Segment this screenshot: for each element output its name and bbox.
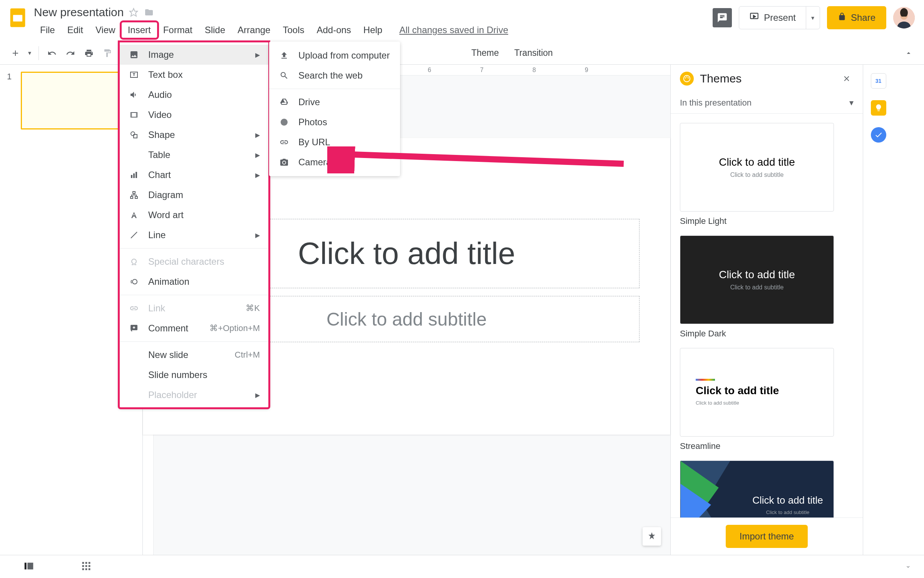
shape-icon	[128, 130, 140, 139]
video-icon	[128, 110, 140, 119]
theme-simple-light[interactable]: Click to add titleClick to add subtitle …	[680, 123, 854, 226]
themes-icon	[680, 72, 694, 86]
thumb-preview[interactable]	[21, 72, 121, 129]
themes-panel: Themes In this presentation ▾ Click to a…	[670, 65, 863, 555]
save-status[interactable]: All changes saved in Drive	[399, 25, 508, 35]
insert-new-slide[interactable]: New slideCtrl+M	[119, 345, 269, 365]
menu-arrange[interactable]: Arrange	[231, 22, 276, 38]
svg-rect-27	[131, 175, 132, 178]
new-slide-dropdown[interactable]: ▾	[25, 45, 34, 62]
present-button[interactable]: Present ▾	[739, 6, 820, 29]
print-button[interactable]	[80, 45, 97, 62]
insert-chart[interactable]: Chart▶	[119, 165, 269, 185]
new-slide-button[interactable]	[7, 45, 24, 62]
menu-addons[interactable]: Add-ons	[310, 22, 357, 38]
paint-format-button[interactable]	[99, 45, 116, 62]
image-by-url[interactable]: By URL	[269, 132, 400, 152]
svg-point-9	[688, 77, 689, 79]
insert-slide-numbers[interactable]: Slide numbers	[119, 365, 269, 385]
insert-textbox[interactable]: Text box	[119, 65, 269, 85]
svg-rect-29	[136, 172, 137, 178]
toolbar-transition[interactable]: Transition	[507, 48, 560, 58]
image-camera[interactable]: Camera	[269, 152, 400, 172]
lock-icon	[838, 12, 846, 23]
grid-view-button[interactable]	[81, 561, 92, 573]
menu-view[interactable]: View	[89, 22, 122, 38]
undo-button[interactable]	[44, 45, 60, 62]
theme-simple-dark[interactable]: Click to add titleClick to add subtitle …	[680, 235, 854, 339]
insert-video[interactable]: Video	[119, 105, 269, 125]
image-drive[interactable]: Drive	[269, 92, 400, 112]
account-avatar[interactable]	[893, 7, 915, 29]
insert-line[interactable]: Line▶	[119, 225, 269, 245]
svg-rect-31	[131, 197, 133, 198]
chevron-down-icon: ▾	[849, 98, 854, 108]
image-photos[interactable]: Photos	[269, 112, 400, 132]
import-theme-button[interactable]: Import theme	[726, 525, 808, 548]
footer: ‹	[0, 555, 924, 578]
menu-help[interactable]: Help	[357, 22, 388, 38]
close-themes-button[interactable]	[840, 72, 854, 86]
diagram-icon	[128, 190, 140, 200]
menu-tools[interactable]: Tools	[276, 22, 310, 38]
menu-edit[interactable]: Edit	[61, 22, 89, 38]
svg-rect-22	[85, 568, 87, 570]
insert-shape[interactable]: Shape▶	[119, 125, 269, 145]
slides-logo[interactable]	[5, 5, 31, 31]
omega-icon	[128, 257, 140, 266]
filmstrip-view-button[interactable]	[23, 560, 35, 573]
themes-list[interactable]: Click to add titleClick to add subtitle …	[671, 114, 863, 518]
slide-thumbnail-1[interactable]: 1	[7, 72, 136, 129]
present-dropdown[interactable]: ▾	[806, 6, 820, 29]
explore-button[interactable]	[643, 527, 661, 546]
image-icon	[128, 50, 140, 59]
svg-point-25	[131, 132, 135, 136]
insert-diagram[interactable]: Diagram	[119, 185, 269, 205]
show-side-panel-button[interactable]: ‹	[904, 566, 911, 568]
image-search-web[interactable]: Search the web	[269, 66, 400, 86]
menu-file[interactable]: File	[34, 22, 61, 38]
star-icon[interactable]	[128, 7, 139, 18]
submenu-arrow-icon: ▶	[255, 51, 260, 59]
search-icon	[278, 71, 290, 80]
image-submenu: Upload from computer Search the web Driv…	[269, 42, 400, 176]
svg-rect-28	[133, 173, 135, 178]
menu-slide[interactable]: Slide	[199, 22, 231, 38]
menubar: File Edit View Insert Format Slide Arran…	[34, 22, 508, 39]
doc-title[interactable]: New presentation	[34, 6, 124, 19]
open-comments-button[interactable]	[713, 8, 732, 27]
themes-subhead[interactable]: In this presentation ▾	[671, 92, 863, 114]
insert-wordart[interactable]: Word art	[119, 205, 269, 225]
svg-rect-19	[85, 565, 87, 567]
upload-icon	[278, 51, 290, 60]
tasks-addon-icon[interactable]	[871, 127, 886, 143]
menu-insert[interactable]: Insert	[122, 22, 157, 38]
svg-rect-18	[82, 565, 84, 567]
theme-focus[interactable]: Click to add titleClick to add subtitle	[680, 460, 854, 518]
toolbar-theme[interactable]: Theme	[464, 48, 506, 58]
insert-link: Link⌘K	[119, 298, 269, 318]
insert-audio[interactable]: Audio	[119, 85, 269, 105]
calendar-addon-icon[interactable]: 31	[871, 73, 886, 89]
insert-menu-dropdown: Image ▶ Text box Audio Video Shape▶ Tabl…	[119, 42, 269, 408]
move-folder-icon[interactable]	[144, 7, 154, 18]
svg-rect-13	[25, 563, 27, 570]
keep-addon-icon[interactable]	[871, 100, 886, 116]
menu-format[interactable]: Format	[157, 22, 199, 38]
svg-rect-1	[13, 15, 22, 22]
svg-rect-20	[89, 565, 90, 567]
svg-rect-15	[82, 562, 84, 564]
insert-comment[interactable]: Comment⌘+Option+M	[119, 318, 269, 338]
svg-rect-23	[89, 568, 90, 570]
share-button[interactable]: Share	[827, 6, 886, 29]
theme-streamline[interactable]: Click to add titleClick to add subtitle …	[680, 348, 854, 451]
insert-image[interactable]: Image ▶	[119, 45, 269, 65]
image-upload-computer[interactable]: Upload from computer	[269, 45, 400, 66]
redo-button[interactable]	[62, 45, 79, 62]
app-header: New presentation File Edit View Insert F…	[0, 0, 924, 42]
svg-rect-21	[82, 568, 84, 570]
hide-menus-button[interactable]	[900, 45, 917, 62]
insert-table[interactable]: Table▶	[119, 145, 269, 165]
svg-point-8	[686, 76, 688, 77]
insert-animation[interactable]: Animation	[119, 272, 269, 292]
